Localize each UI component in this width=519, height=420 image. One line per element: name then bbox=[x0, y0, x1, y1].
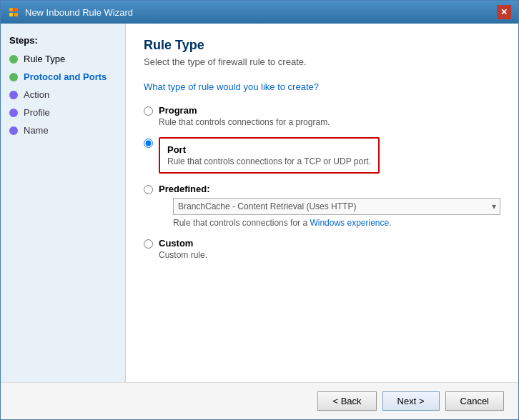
sidebar-item-profile[interactable]: Profile bbox=[1, 104, 125, 121]
sidebar-item-name[interactable]: Name bbox=[1, 121, 125, 139]
sidebar-label-name: Name bbox=[24, 125, 49, 136]
program-desc: Rule that controls connections for a pro… bbox=[159, 117, 330, 127]
sidebar-label-rule-type: Rule Type bbox=[24, 54, 65, 64]
radio-custom[interactable] bbox=[144, 239, 153, 249]
cancel-button[interactable]: Cancel bbox=[445, 391, 504, 411]
radio-predefined[interactable] bbox=[144, 185, 153, 194]
option-row-port: Port Rule that controls connections for … bbox=[144, 137, 500, 174]
port-desc: Rule that controls connections for a TCP… bbox=[167, 156, 371, 166]
svg-rect-0 bbox=[9, 8, 13, 11]
predefined-dropdown[interactable]: BranchCache - Content Retrieval (Uses HT… bbox=[173, 198, 500, 215]
windows-experience-link[interactable]: Windows experience bbox=[310, 218, 389, 228]
page-title: Rule Type bbox=[144, 38, 500, 53]
radio-port[interactable] bbox=[144, 139, 153, 148]
option-row-predefined: Predefined: BranchCache - Content Retrie… bbox=[144, 184, 500, 228]
option-label-program[interactable]: Program Rule that controls connections f… bbox=[159, 105, 330, 127]
next-button[interactable]: Next > bbox=[382, 391, 440, 411]
program-label: Program bbox=[159, 105, 330, 116]
svg-rect-1 bbox=[14, 8, 18, 11]
port-option-box: Port Rule that controls connections for … bbox=[159, 137, 380, 174]
titlebar: New Inbound Rule Wizard ✕ bbox=[1, 1, 518, 24]
predefined-dropdown-wrapper: BranchCache - Content Retrieval (Uses HT… bbox=[173, 198, 500, 215]
footer: < Back Next > Cancel bbox=[1, 382, 518, 419]
back-button[interactable]: < Back bbox=[317, 391, 376, 411]
radio-program[interactable] bbox=[144, 106, 153, 116]
svg-rect-2 bbox=[9, 13, 13, 16]
sidebar: Steps: Rule Type Protocol and Ports Acti… bbox=[1, 24, 126, 382]
dot-rule-type bbox=[9, 55, 18, 64]
option-row-custom: Custom Custom rule. bbox=[144, 238, 500, 260]
sidebar-item-protocol-ports[interactable]: Protocol and Ports bbox=[1, 68, 125, 86]
dot-protocol-ports bbox=[9, 73, 18, 81]
close-button[interactable]: ✕ bbox=[497, 5, 511, 19]
svg-rect-3 bbox=[14, 13, 18, 16]
page-subtitle: Select the type of firewall rule to crea… bbox=[144, 56, 500, 67]
sidebar-item-rule-type[interactable]: Rule Type bbox=[1, 50, 125, 68]
dot-action bbox=[9, 91, 18, 99]
main-panel: Rule Type Select the type of firewall ru… bbox=[126, 24, 518, 382]
wizard-window: New Inbound Rule Wizard ✕ Steps: Rule Ty… bbox=[0, 0, 519, 420]
window-title: New Inbound Rule Wizard bbox=[25, 7, 133, 18]
titlebar-left: New Inbound Rule Wizard bbox=[8, 6, 133, 18]
predefined-label: Predefined: bbox=[159, 184, 210, 194]
dot-name bbox=[9, 126, 18, 135]
dot-profile bbox=[9, 109, 18, 117]
option-row-program: Program Rule that controls connections f… bbox=[144, 105, 500, 127]
content-area: Steps: Rule Type Protocol and Ports Acti… bbox=[1, 24, 518, 382]
titlebar-icon bbox=[8, 6, 19, 18]
port-label: Port bbox=[167, 144, 371, 155]
question-text: What type of rule would you like to crea… bbox=[144, 81, 500, 92]
steps-label: Steps: bbox=[1, 31, 125, 50]
sidebar-label-profile: Profile bbox=[24, 107, 50, 118]
option-label-predefined[interactable]: Predefined: bbox=[159, 184, 500, 194]
sidebar-label-protocol-ports: Protocol and Ports bbox=[24, 71, 107, 82]
sidebar-label-action: Action bbox=[24, 89, 49, 100]
custom-label: Custom bbox=[159, 238, 207, 249]
custom-desc: Custom rule. bbox=[159, 250, 207, 260]
sidebar-item-action[interactable]: Action bbox=[1, 86, 125, 104]
option-label-custom[interactable]: Custom Custom rule. bbox=[159, 238, 207, 260]
option-label-port[interactable]: Port Rule that controls connections for … bbox=[167, 144, 371, 166]
